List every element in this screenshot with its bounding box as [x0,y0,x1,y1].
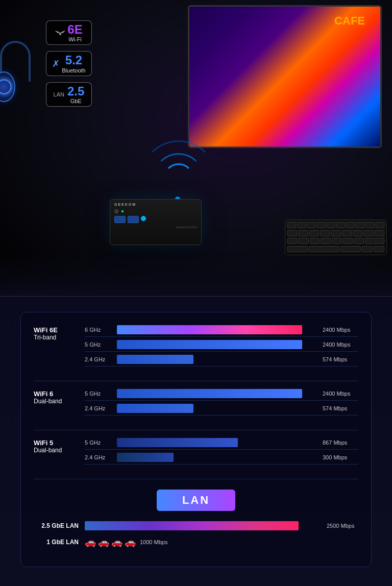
wifi6e-row: WiFi 6E Tri-band 6 GHz 2400 Mbps 5 GHz [34,325,358,367]
key [309,230,319,236]
mini-pc-port-power [141,216,146,221]
mini-pc-ports [110,214,201,225]
key [299,238,309,244]
key [287,230,297,236]
wifi6-bars: 5 GHz 2400 Mbps 2.4 GHz 574 Mbps [85,389,358,416]
bar-track [117,438,318,447]
key [320,230,330,236]
key [374,246,384,252]
key [298,230,308,236]
mini-pc-port-usb2 [128,216,139,223]
wifi6e-block: WiFi 6E Tri-band 6 GHz 2400 Mbps 5 GHz [34,325,358,367]
bar-track [117,389,318,398]
lan-version: 2.5 [67,85,84,98]
bar-row-24ghz-5: 2.4 GHz 300 Mbps [85,453,358,465]
bar-speed: 2400 Mbps [323,341,358,348]
bar-fill [117,389,302,398]
key [297,222,306,228]
key [346,222,355,228]
info-section: WiFi 6E Tri-band 6 GHz 2400 Mbps 5 GHz [0,296,392,586]
key [287,238,298,244]
key [375,230,384,236]
bar-speed: 2400 Mbps [323,390,358,397]
wifi5-block: WiFi 5 Dual-band 5 GHz 867 Mbps 2.4 GHz [34,438,358,465]
key [353,230,362,236]
freq-label: 5 GHz [85,440,113,446]
car-icon-3: 🚗 [111,536,122,548]
divider [34,430,358,430]
lan-25-label: 2.5 GbE LAN [34,522,85,529]
key [343,238,353,244]
bar-track [117,453,318,462]
monitor [188,5,382,148]
key [366,222,375,228]
lan-1-row: 1 GbE LAN 🚗 🚗 🚗 🚗 1000 Mbps [34,536,358,548]
wifi6e-label: WiFi 6E Tri-band [34,325,85,341]
lan-badge-content: 2.5 GbE [67,85,84,104]
freq-label: 6 GHz [85,327,113,333]
key-space [309,246,339,252]
lan-25-row: 2.5 GbE LAN 2500 Mbps [34,521,358,530]
keyboard-row-3 [287,238,384,245]
lan-25-speed: 2500 Mbps [323,523,358,529]
bar-track [117,404,318,413]
bar-row-6ghz: 6 GHz 2400 Mbps [85,325,358,337]
divider [34,381,358,381]
bar-row-24ghz-6e: 2.4 GHz 574 Mbps [85,355,358,367]
wifi-badge-content: 6E Wi-Fi [67,23,82,42]
bluetooth-badge: ✗ 5.2 Bluetooth [46,51,92,76]
lan-label: GbE [70,98,82,104]
wifi5-label: WiFi 5 Dual-band [34,438,85,454]
feature-badges: 6E Wi-Fi ✗ 5.2 Bluetooth LAN 2.5 GbE [46,20,92,107]
mini-pc-led [121,210,124,212]
bar-track [117,355,318,364]
key [362,246,373,252]
bar-fill [117,340,302,349]
bar-fill [117,438,238,447]
wifi5-row: WiFi 5 Dual-band 5 GHz 867 Mbps 2.4 GHz [34,438,358,465]
bar-row-24ghz-6: 2.4 GHz 574 Mbps [85,404,358,416]
mini-pc-controls [110,208,201,214]
key [307,222,315,228]
key [342,230,352,236]
bar-fill [117,453,174,462]
key [287,246,308,252]
key [340,246,361,252]
wifi-icon [55,28,65,38]
bar-track [117,340,318,349]
wifi6-label: WiFi 6 Dual-band [34,389,85,405]
key [332,238,342,244]
lan-title-container: LAN [34,490,358,511]
bar-speed: 574 Mbps [323,405,358,411]
keyboard-row-4 [287,246,384,253]
svg-point-0 [60,34,61,35]
wifi6-block: WiFi 6 Dual-band 5 GHz 2400 Mbps 2.4 GHz [34,389,358,416]
wifi-version: 6E [67,23,82,36]
car-icons: 🚗 🚗 🚗 🚗 1000 Mbps [85,536,167,548]
key [331,230,340,236]
wifi-label: Wi-Fi [68,36,82,42]
monitor-screen [189,7,380,146]
divider [34,479,358,479]
hero-section: GEEKOM Powered by ASUS [0,0,392,296]
freq-label: 5 GHz [85,390,113,397]
key [354,238,364,244]
lan-1-speed: 1000 Mbps [140,539,167,545]
mini-pc-button [114,209,118,213]
key [317,222,326,228]
key [336,222,345,228]
key [363,230,373,236]
wifi-badge: 6E Wi-Fi [46,20,92,45]
wifi5-bars: 5 GHz 867 Mbps 2.4 GHz 300 Mbps [85,438,358,465]
key [356,222,364,228]
lan-title: LAN [157,490,235,511]
bar-fill [117,355,193,364]
headphones [0,41,51,143]
bar-speed: 2400 Mbps [323,327,358,333]
key [321,238,331,244]
mini-pc-port-usb1 [114,216,126,223]
key [365,238,384,244]
bar-speed: 867 Mbps [323,440,358,446]
bluetooth-badge-content: 5.2 Bluetooth [62,54,85,73]
bar-row-5ghz-5: 5 GHz 867 Mbps [85,438,358,450]
